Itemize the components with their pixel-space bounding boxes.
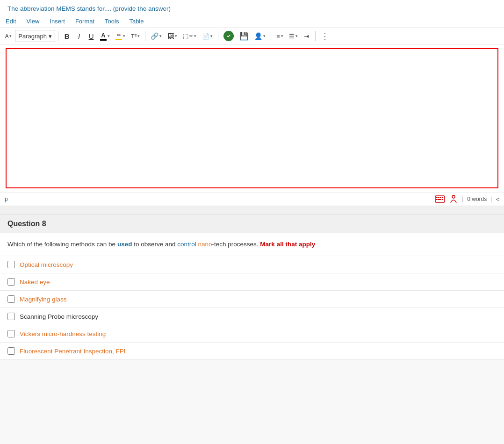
html-tag-indicator: p <box>5 196 8 202</box>
checkbox-opt5[interactable] <box>7 330 15 337</box>
save-btn[interactable]: 💾 <box>237 30 251 42</box>
template-btn[interactable]: 📄 ▾ <box>200 30 215 42</box>
menu-tools[interactable]: Tools <box>103 17 121 26</box>
svg-rect-1 <box>436 197 438 198</box>
toolbar-sep-2 <box>145 31 145 41</box>
q8-prompt-tech: -tech processes. <box>212 241 260 248</box>
q8-prompt-which: Which of the following methods can be <box>7 241 117 248</box>
statusbar-right: | 0 words | < <box>435 194 499 204</box>
svg-rect-6 <box>438 199 441 200</box>
keyboard-shortcuts-icon[interactable] <box>435 195 445 203</box>
menu-edit[interactable]: Edit <box>4 17 18 26</box>
font-size-decrease-btn[interactable]: A▾ <box>3 30 14 42</box>
word-count: 0 words <box>467 196 487 202</box>
alignment-btn[interactable]: ≡ ▾ <box>274 30 286 42</box>
indent-btn[interactable]: ⇥ <box>301 30 312 42</box>
question8-title: Question 8 <box>7 220 46 228</box>
list-item[interactable]: Magnifying glass <box>0 291 504 308</box>
statusbar-left: p <box>5 196 8 202</box>
toolbar-sep-1 <box>58 31 58 41</box>
svg-rect-7 <box>442 199 443 200</box>
editor-area[interactable] <box>6 48 498 188</box>
question7-prompt-bar: The abbreviation MEMS stands for.... (pr… <box>0 0 504 15</box>
keyboard-icon-svg <box>435 195 445 203</box>
option-label-opt3[interactable]: Magnifying glass <box>20 296 67 303</box>
list-item[interactable]: Optical microscopy <box>0 256 504 273</box>
superscript-btn[interactable]: T² ▾ <box>129 30 142 42</box>
svg-rect-5 <box>436 199 438 200</box>
statusbar-divider: | <box>490 196 492 202</box>
checkbox-opt1[interactable] <box>7 261 15 268</box>
section-divider <box>0 206 504 215</box>
more-options-icon: ⋮ <box>321 31 330 41</box>
editor-statusbar: p <box>0 192 504 206</box>
q8-prompt-nano: nano <box>196 241 212 248</box>
list-item[interactable]: Vickers micro-hardness testing <box>0 325 504 343</box>
list-item[interactable]: Naked eye <box>0 273 504 291</box>
option-label-opt6[interactable]: Fluorescent Penetrant Inspection, FPI <box>20 348 126 355</box>
q8-prompt-used: used <box>117 241 132 248</box>
addon-btn[interactable] <box>221 30 236 42</box>
link-btn[interactable]: 🔗 ▾ <box>148 30 164 42</box>
question7-block: The abbreviation MEMS stands for.... (pr… <box>0 0 504 206</box>
q8-prompt-to: to observe and <box>132 241 177 248</box>
italic-btn[interactable]: I <box>73 30 85 42</box>
checkbox-opt2[interactable] <box>7 278 15 286</box>
list-item[interactable]: Fluorescent Penetrant Inspection, FPI <box>0 343 504 360</box>
option-label-opt2[interactable]: Naked eye <box>20 279 50 286</box>
option-label-opt4[interactable]: Scanning Probe microscopy <box>20 313 98 320</box>
question8-prompt: Which of the following methods can be us… <box>0 233 504 256</box>
menu-view[interactable]: View <box>24 17 41 26</box>
svg-rect-2 <box>438 197 439 198</box>
svg-rect-3 <box>440 197 441 198</box>
editor-toolbar: A▾ Paragraph ▾ B I U A ▾ <box>0 28 504 44</box>
underline-btn[interactable]: U <box>86 30 97 42</box>
embed-btn[interactable]: ⬚ ✏ ▾ <box>180 30 199 42</box>
person-icon-svg <box>449 194 458 204</box>
track-changes-btn[interactable]: 👤 ▾ <box>252 30 268 42</box>
expand-icon[interactable]: < <box>496 196 499 203</box>
toolbar-sep-3 <box>218 31 218 41</box>
question8-options-list: Optical microscopy Naked eye Magnifying … <box>0 256 504 360</box>
q8-prompt-mark: Mark all that apply <box>260 241 315 248</box>
svg-rect-4 <box>442 197 443 198</box>
q8-prompt-control: control <box>177 241 196 248</box>
paragraph-style-arrow: ▾ <box>49 33 52 40</box>
more-options-btn[interactable]: ⋮ <box>318 30 332 42</box>
option-label-opt5[interactable]: Vickers micro-hardness testing <box>20 330 106 337</box>
checkbox-opt4[interactable] <box>7 313 15 320</box>
editor-menubar: Edit View Insert Format Tools Table <box>0 15 504 28</box>
question8-header: Question 8 <box>0 215 504 233</box>
menu-insert[interactable]: Insert <box>48 17 67 26</box>
checkbox-opt3[interactable] <box>7 295 15 303</box>
font-size-group: A▾ <box>3 30 14 42</box>
highlight-color-btn[interactable]: ✏ ▾ <box>113 30 128 42</box>
editor-container <box>0 48 504 188</box>
list-btn[interactable]: ☰ ▾ <box>287 30 300 42</box>
bold-btn[interactable]: B <box>61 30 72 42</box>
question7-prompt-text: The abbreviation MEMS stands for.... (pr… <box>7 5 171 12</box>
paragraph-style-select[interactable]: Paragraph ▾ <box>15 30 55 42</box>
accessibility-icon[interactable] <box>449 194 458 204</box>
toolbar-sep-5 <box>315 31 316 41</box>
checkbox-opt6[interactable] <box>7 347 15 355</box>
addon-icon <box>223 31 234 41</box>
word-count-divider: | <box>462 196 463 202</box>
text-color-btn[interactable]: A ▾ <box>98 30 112 42</box>
menu-table[interactable]: Table <box>127 17 145 26</box>
svg-point-8 <box>452 195 455 198</box>
option-label-opt1[interactable]: Optical microscopy <box>20 261 73 268</box>
paragraph-style-label: Paragraph <box>18 33 47 40</box>
menu-format[interactable]: Format <box>73 17 96 26</box>
save-icon: 💾 <box>239 32 249 41</box>
toolbar-sep-4 <box>271 31 271 41</box>
image-btn[interactable]: 🖼 ▾ <box>165 30 180 42</box>
question8-section: Question 8 Which of the following method… <box>0 215 504 360</box>
list-item[interactable]: Scanning Probe microscopy <box>0 308 504 325</box>
